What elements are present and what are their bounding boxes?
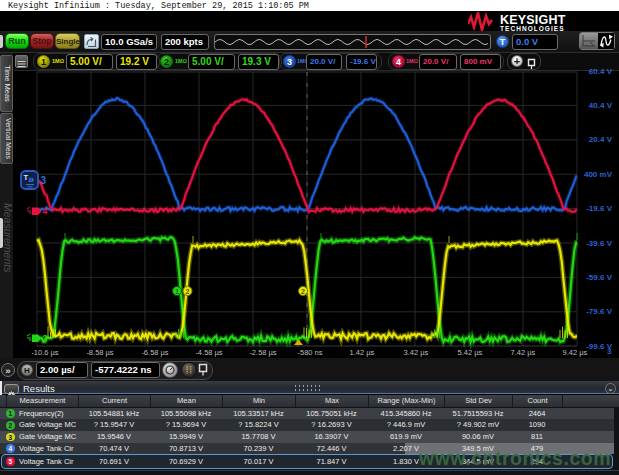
svg-text:2: 2 xyxy=(186,288,190,295)
svg-text:1: 1 xyxy=(175,288,179,295)
svg-text:3: 3 xyxy=(41,175,47,186)
svg-text:4: 4 xyxy=(43,206,48,216)
svg-text:2: 2 xyxy=(301,288,305,295)
svg-text:»: » xyxy=(28,173,34,185)
svg-text:2: 2 xyxy=(43,333,48,343)
